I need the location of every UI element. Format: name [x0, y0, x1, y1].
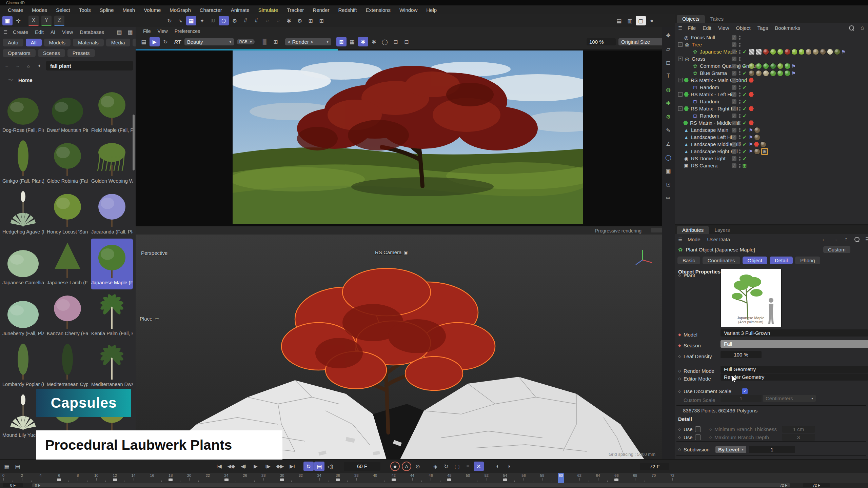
- redshift-tag-icon[interactable]: [749, 78, 754, 83]
- asset-item-kentia-palm[interactable]: Kentia Palm (Fall, Plant): [91, 289, 133, 340]
- plant-preview[interactable]: Japanese Maple (Acer palmatum): [721, 269, 782, 327]
- material-tag[interactable]: [756, 70, 762, 76]
- timeline-ruler[interactable]: 0246810121416182022242628303234363840424…: [0, 473, 868, 483]
- menu-extensions[interactable]: Extensions: [361, 6, 395, 14]
- menu-simulate[interactable]: Simulate: [254, 6, 282, 14]
- up-arrow-icon[interactable]: ↑: [841, 235, 851, 244]
- material-tag[interactable]: [763, 70, 769, 76]
- layer-chip[interactable]: ∕: [732, 114, 736, 118]
- filter-scenes[interactable]: Scenes: [38, 49, 65, 57]
- visibility-dots[interactable]: [739, 50, 741, 54]
- material-tag[interactable]: [754, 148, 760, 155]
- measure-icon[interactable]: ∠: [663, 139, 673, 148]
- text-tool-icon[interactable]: T: [663, 71, 673, 81]
- object-row-focus-null[interactable]: ◎Focus Null∕: [675, 34, 868, 41]
- axis-y-button[interactable]: Y: [41, 16, 52, 26]
- asset-menu-ai[interactable]: AI: [47, 28, 59, 36]
- add-object-icon[interactable]: ✚: [663, 98, 673, 108]
- material-tag[interactable]: [820, 49, 826, 55]
- visibility-dots[interactable]: [739, 128, 741, 132]
- asset-item-mediterranean-cypres[interactable]: Mediterranean Cypres...: [46, 340, 88, 391]
- keyframe-marker[interactable]: [169, 479, 173, 481]
- enabled-check-icon[interactable]: ✓: [742, 77, 748, 83]
- filter-materials[interactable]: Materials: [73, 39, 104, 46]
- next-key-icon[interactable]: ◆▶: [274, 461, 286, 471]
- expander-icon[interactable]: −: [678, 57, 683, 61]
- keyframe-marker[interactable]: [392, 479, 396, 481]
- object-label[interactable]: RS Dome Light: [691, 156, 726, 161]
- enabled-check-icon[interactable]: ✓: [742, 49, 748, 55]
- snapshot-icon[interactable]: ✱: [358, 37, 368, 46]
- object-label[interactable]: Random: [700, 99, 719, 104]
- play-icon[interactable]: ▶: [250, 461, 261, 471]
- timeline-playhead[interactable]: 60: [558, 473, 564, 483]
- custom-preset-button[interactable]: Custom: [823, 246, 850, 253]
- annotation-tag-icon[interactable]: ⚑: [791, 70, 796, 76]
- preview-range-icon[interactable]: ▤: [314, 462, 324, 471]
- material-tag[interactable]: [777, 70, 783, 76]
- timeline-current-field[interactable]: 0 F: [3, 483, 23, 487]
- keyframe-selection-icon[interactable]: ⊙: [413, 462, 423, 471]
- list-view-icon[interactable]: ▤: [114, 27, 124, 37]
- material-tag[interactable]: [756, 63, 762, 69]
- solo-off-icon[interactable]: ◐: [493, 462, 503, 471]
- expander-icon[interactable]: −: [678, 92, 683, 97]
- om-burger-icon[interactable]: ☰: [676, 24, 684, 31]
- visibility-dots[interactable]: [739, 100, 741, 104]
- layer-chip[interactable]: ∕: [732, 49, 736, 54]
- interface-layout-icon[interactable]: ▢: [636, 16, 646, 25]
- object-row-landscape-left-hill[interactable]: ▲Landscape Left Hill∕✓⚑: [675, 134, 868, 141]
- enabled-check-icon[interactable]: ✓: [742, 106, 748, 112]
- key-pla-icon[interactable]: ✕: [474, 462, 484, 471]
- material-tag[interactable]: [798, 49, 805, 55]
- live-selection-icon[interactable]: ▣: [2, 16, 13, 25]
- visibility-dots[interactable]: [739, 78, 741, 82]
- asset-item-jacaranda[interactable]: Jacaranda (Fall, Plant): [91, 188, 133, 239]
- axis-lock-2-icon[interactable]: ○: [273, 16, 283, 25]
- annotation-tag-icon[interactable]: ⚑: [841, 49, 846, 55]
- asset-item-japanese-larch[interactable]: Japanese Larch (Fall, Pl...: [46, 239, 88, 289]
- collapse-icon[interactable]: ≡<: [7, 77, 15, 83]
- move-tool-icon[interactable]: ✥: [663, 30, 673, 40]
- menu-volume[interactable]: Volume: [139, 6, 165, 14]
- sound-icon[interactable]: ◁): [325, 462, 335, 471]
- magnet-icon[interactable]: ◯: [663, 152, 673, 162]
- visibility-dots[interactable]: [739, 43, 741, 47]
- material-tag[interactable]: [749, 63, 755, 69]
- attr-chip-phong[interactable]: Phong: [795, 257, 820, 264]
- om-menu-bookmarks[interactable]: Bookmarks: [771, 24, 804, 32]
- camera-tool-icon[interactable]: ▣: [663, 166, 673, 176]
- gear-tool-icon[interactable]: ⚙: [663, 112, 673, 121]
- timeline-range-slider[interactable]: 0 F 72 F: [32, 483, 790, 487]
- object-label[interactable]: Focus Null: [691, 35, 715, 40]
- prev-key-icon[interactable]: ◀◆: [225, 461, 237, 471]
- visibility-dots[interactable]: [739, 36, 741, 40]
- object-row-tree[interactable]: −◎Tree∕: [675, 41, 868, 48]
- object-row-landscape-right-hill[interactable]: ▲Landscape Right Hill∕✓⚑⊘: [675, 148, 868, 155]
- dither-icon[interactable]: ▒: [260, 37, 270, 46]
- layer-chip[interactable]: ∕: [732, 92, 736, 97]
- keyframe-marker[interactable]: [57, 479, 61, 481]
- enabled-check-icon[interactable]: ✓: [742, 148, 748, 155]
- rgb-channel-dropdown[interactable]: RGB▾: [237, 39, 255, 44]
- asset-scrollbar[interactable]: [133, 115, 135, 170]
- rv-menu-view[interactable]: View: [154, 28, 171, 35]
- material-tag[interactable]: [777, 63, 783, 69]
- pencil-icon[interactable]: ✏: [663, 193, 673, 203]
- asset-menu-view[interactable]: View: [59, 28, 76, 36]
- autokey-icon[interactable]: A: [402, 462, 411, 471]
- search-icon[interactable]: [846, 23, 856, 33]
- material-tag[interactable]: [784, 63, 790, 69]
- workplane-2-icon[interactable]: ⊞: [316, 16, 327, 25]
- subdivision-field[interactable]: 1: [749, 446, 795, 453]
- om-tab-takes[interactable]: Takes: [705, 15, 729, 23]
- enabled-check-icon[interactable]: ✓: [742, 70, 748, 76]
- asset-item-globe-robinia[interactable]: Globe Robinia (Fall, Pl...: [46, 137, 88, 188]
- om-menu-file[interactable]: File: [684, 24, 699, 32]
- object-row-random[interactable]: ⊡Random∕✓: [675, 84, 868, 91]
- object-row-blue-grama[interactable]: ✿Blue Grama∕✓⚑: [675, 69, 868, 77]
- current-frame-field[interactable]: 60 F: [344, 462, 380, 471]
- menu-help[interactable]: Help: [422, 6, 441, 14]
- record-icon[interactable]: ◆: [390, 462, 400, 471]
- material-tag[interactable]: [784, 70, 790, 76]
